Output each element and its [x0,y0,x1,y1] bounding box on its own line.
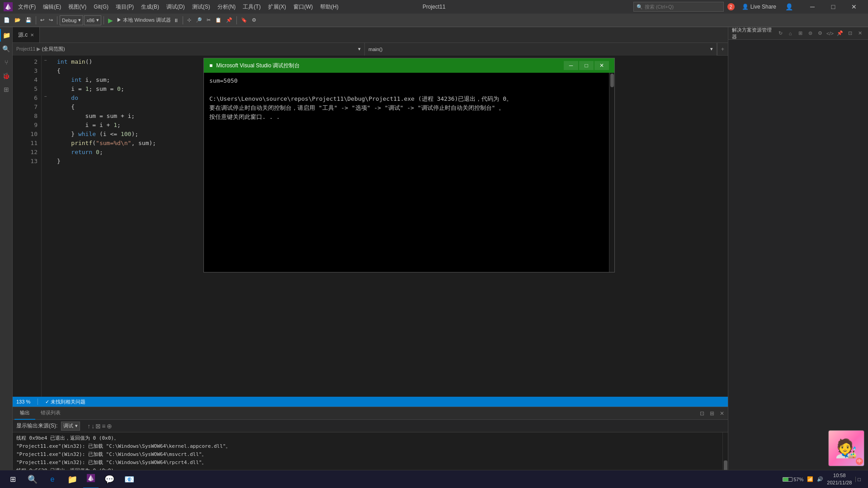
find-output-icon[interactable]: ⊕ [107,422,112,430]
console-minimize-btn[interactable]: ─ [564,61,578,70]
sidebar-code-icon[interactable]: </> [826,29,835,38]
sidebar-home-icon[interactable]: ⌂ [786,29,795,38]
tab-output[interactable]: 输出 [14,407,35,420]
menu-extensions[interactable]: 扩展(X) [264,0,290,14]
save-btn[interactable]: 💾 [24,15,33,25]
settings-btn[interactable]: ⚙ [250,15,258,25]
activity-extensions[interactable]: ⊞ [0,83,13,96]
sidebar-filter-icon[interactable]: ⊜ [806,29,815,38]
taskbar-explorer[interactable]: 📁 [63,470,81,488]
menu-debug[interactable]: 调试(D) [163,0,189,14]
scroll-down-icon[interactable]: ↓ [91,422,94,430]
menu-tools[interactable]: 工具(T) [239,0,264,14]
bp-4[interactable] [13,83,19,92]
bp-8[interactable] [13,119,19,128]
output-source-dropdown[interactable]: 调试 ▾ [61,422,80,431]
minimize-button[interactable]: ─ [802,0,823,14]
bp-9[interactable] [13,128,19,137]
open-btn[interactable]: 📂 [13,15,23,25]
bp-5[interactable] [13,92,19,101]
new-file-btn[interactable]: 📄 [2,15,12,25]
attach-btn[interactable]: ⏸ [172,15,180,25]
wrap-output-icon[interactable]: ≡ [102,422,105,430]
close-panel-icon[interactable]: ✕ [718,410,726,417]
sidebar-pin-icon[interactable]: 📌 [835,29,844,38]
activity-bar: 📁 🔍 ⑂ 🐞 ⊞ [0,27,13,488]
solution-explorer-header: 解决方案资源管理器 ↻ ⌂ ⊞ ⊜ ⚙ </> 📌 ⊡ ✕ [728,27,868,40]
scope-dropdown[interactable]: Project11 ▶ (全局范围) ▾ [13,43,365,56]
console-scrollbar[interactable] [609,73,614,272]
taskbar-wechat[interactable]: 💬 [100,470,118,488]
tab-close-icon[interactable]: ✕ [30,33,34,38]
sidebar-expand-icon[interactable]: ⊞ [796,29,805,38]
bp-6[interactable] [13,101,19,110]
bp-7[interactable] [13,110,19,119]
sidebar-sync-icon[interactable]: ↻ [776,29,785,38]
zoom-btn[interactable]: 🔎 [194,15,204,25]
maximize-button[interactable]: □ [823,0,844,14]
menu-analyze[interactable]: 分析(N) [214,0,240,14]
bp-12[interactable] [13,155,19,164]
bookmark-btn[interactable]: 🔖 [239,15,249,25]
sidebar-settings-icon[interactable]: ⚙ [816,29,825,38]
sidebar-float-icon[interactable]: ⊡ [845,29,854,38]
dock-panel-icon[interactable]: ⊞ [708,410,716,417]
platform-dropdown[interactable]: x86 ▾ [84,15,101,25]
bp-11[interactable] [13,146,19,155]
redo-btn[interactable]: ↪ [47,15,55,25]
status-separator [38,399,38,405]
menu-window[interactable]: 窗口(W) [290,0,316,14]
add-file-btn[interactable]: + [717,43,728,56]
avatar-thumbnail[interactable]: 🧑‍🎨 中 [828,430,864,466]
live-share-button[interactable]: 👤 Live Share [738,3,780,11]
taskbar-system: 57% 📶 🔊 10:58 2021/11/28 □ [783,472,864,486]
taskbar-search[interactable]: 🔍 [24,470,42,488]
run-button[interactable]: ▶ [106,15,115,25]
scroll-up-icon[interactable]: ↑ [87,422,90,430]
fold-6[interactable]: − [42,92,50,101]
bp-1[interactable] [13,56,19,65]
menu-file[interactable]: 文件(F) [14,0,39,14]
menu-help[interactable]: 帮助(H) [316,0,342,14]
cut-btn[interactable]: ✂ [205,15,212,25]
show-desktop-icon[interactable]: □ [855,477,861,482]
close-button[interactable]: ✕ [844,0,864,14]
tab-source-c[interactable]: 源.c ✕ [13,27,40,42]
paste-btn[interactable]: 📌 [224,15,234,25]
activity-search[interactable]: 🔍 [0,42,13,55]
menu-test[interactable]: 测试(S) [189,0,214,14]
console-maximize-btn[interactable]: □ [579,61,594,70]
fold-8 [42,110,50,119]
notification-badge[interactable]: 2 [727,3,735,10]
menu-view[interactable]: 视图(V) [65,0,90,14]
activity-explorer[interactable]: 📁 [0,29,13,42]
taskbar-mail[interactable]: 📧 [120,470,138,488]
fold-2[interactable]: − [42,56,50,65]
menu-edit[interactable]: 编辑(E) [39,0,65,14]
function-dropdown[interactable]: main() ▾ [365,43,717,56]
copy-btn[interactable]: 📋 [213,15,223,25]
taskbar-vs[interactable] [83,470,99,488]
pointer-btn[interactable]: ⊹ [185,15,193,25]
taskbar-edge[interactable]: e [43,470,61,488]
start-button[interactable]: ⊞ [4,470,22,488]
console-close-btn[interactable]: ✕ [594,61,609,70]
menu-project[interactable]: 项目(P) [112,0,137,14]
activity-debug[interactable]: 🐞 [0,70,13,82]
bp-2[interactable] [13,65,19,74]
bp-3[interactable] [13,74,19,83]
undo-btn[interactable]: ↩ [38,15,46,25]
search-box[interactable]: 🔍 搜索 (Ctrl+Q) [633,2,724,12]
line-num-2: 2 [19,57,38,66]
clear-output-icon[interactable]: ⊠ [95,422,101,430]
menu-git[interactable]: Git(G) [90,0,112,14]
float-panel-icon[interactable]: ⊡ [698,410,706,417]
sidebar-close-icon[interactable]: ✕ [855,29,864,38]
tab-error-list[interactable]: 错误列表 [35,407,66,420]
menu-build[interactable]: 生成(B) [137,0,163,14]
person-icon[interactable]: 👤 [783,3,795,10]
bp-10[interactable] [13,137,19,146]
config-dropdown[interactable]: Debug ▾ [60,15,83,25]
line-num-13: 13 [19,157,38,166]
activity-git[interactable]: ⑂ [0,56,13,69]
